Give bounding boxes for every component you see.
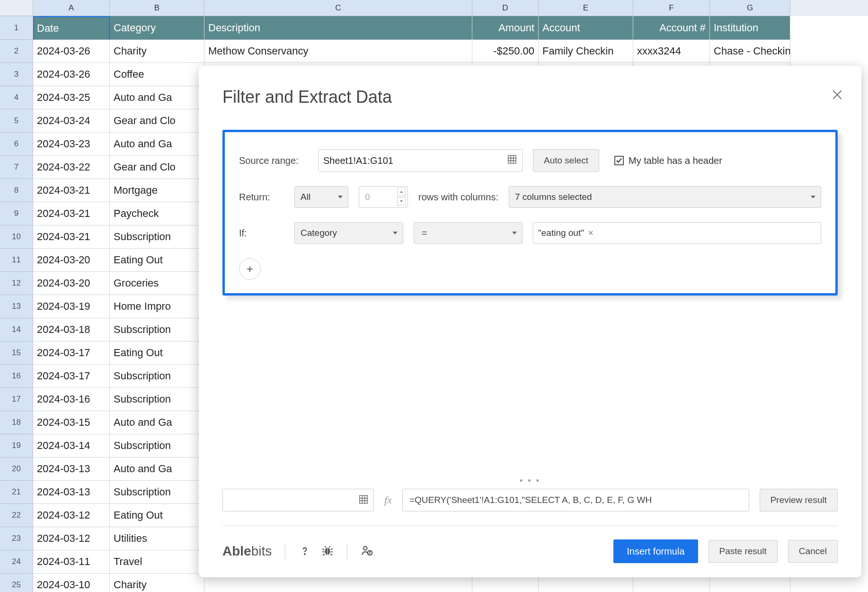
row-header-23[interactable]: 23 <box>0 527 33 550</box>
row-header-6[interactable]: 6 <box>0 133 33 156</box>
destination-range-input[interactable] <box>222 489 374 511</box>
cell-A23[interactable]: 2024-03-12 <box>33 527 110 550</box>
cell-B22[interactable]: Eating Out <box>110 504 204 527</box>
cell-B2[interactable]: Charity <box>110 40 204 63</box>
row-header-3[interactable]: 3 <box>0 63 33 86</box>
cell-B5[interactable]: Gear and Clo <box>110 109 204 133</box>
row-header-16[interactable]: 16 <box>0 365 33 388</box>
cell-B12[interactable]: Groceries <box>110 272 204 295</box>
cell-A20[interactable]: 2024-03-13 <box>33 457 110 481</box>
row-header-13[interactable]: 13 <box>0 295 33 318</box>
spin-buttons[interactable] <box>397 188 406 206</box>
cell-F2[interactable]: xxxx3244 <box>633 40 710 63</box>
row-header-21[interactable]: 21 <box>0 481 33 504</box>
cell-A16[interactable]: 2024-03-17 <box>33 365 110 388</box>
cell-B7[interactable]: Gear and Clo <box>110 156 204 179</box>
cell-B21[interactable]: Subscription <box>110 481 204 504</box>
cell-B15[interactable]: Eating Out <box>110 341 204 365</box>
cell-A1[interactable]: Date <box>33 16 110 40</box>
col-header-G[interactable]: G <box>710 0 790 16</box>
spin-up-icon[interactable] <box>397 188 406 196</box>
paste-result-button[interactable]: Paste result <box>709 540 778 563</box>
row-header-8[interactable]: 8 <box>0 179 33 202</box>
cell-A17[interactable]: 2024-03-16 <box>33 388 110 411</box>
col-header-D[interactable]: D <box>472 0 539 16</box>
cell-B24[interactable]: Travel <box>110 550 204 574</box>
row-header-25[interactable]: 25 <box>0 574 33 592</box>
columns-select[interactable]: 7 columns selected <box>509 186 821 208</box>
cell-B16[interactable]: Subscription <box>110 365 204 388</box>
help-icon[interactable] <box>299 545 311 558</box>
select-all-corner[interactable] <box>0 0 33 16</box>
cell-A8[interactable]: 2024-03-21 <box>33 179 110 202</box>
row-header-10[interactable]: 10 <box>0 225 33 249</box>
return-mode-select[interactable]: All <box>294 186 348 208</box>
cell-B4[interactable]: Auto and Ga <box>110 86 204 109</box>
cell-B3[interactable]: Coffee <box>110 63 204 86</box>
cancel-button[interactable]: Cancel <box>788 540 838 563</box>
row-header-15[interactable]: 15 <box>0 341 33 365</box>
cell-B13[interactable]: Home Impro <box>110 295 204 318</box>
col-header-F[interactable]: F <box>633 0 710 16</box>
cell-A4[interactable]: 2024-03-25 <box>33 86 110 109</box>
cell-G2[interactable]: Chase - Checkin <box>710 40 790 63</box>
select-range-icon[interactable] <box>358 494 369 506</box>
col-header-B[interactable]: B <box>110 0 204 16</box>
col-header-C[interactable]: C <box>204 0 472 16</box>
cell-A14[interactable]: 2024-03-18 <box>33 318 110 341</box>
row-header-5[interactable]: 5 <box>0 109 33 133</box>
account-info-icon[interactable] <box>361 545 373 558</box>
select-range-icon[interactable] <box>507 154 517 167</box>
cell-B10[interactable]: Subscription <box>110 225 204 249</box>
condition-value-input[interactable]: "eating out" ✕ <box>533 222 821 244</box>
close-icon[interactable] <box>831 89 843 102</box>
cell-C1[interactable]: Description <box>204 16 472 40</box>
cell-A5[interactable]: 2024-03-24 <box>33 109 110 133</box>
cell-G1[interactable]: Institution <box>710 16 790 40</box>
col-header-A[interactable]: A <box>33 0 110 16</box>
source-range-input[interactable]: Sheet1!A1:G101 <box>318 149 523 172</box>
row-header-1[interactable]: 1 <box>0 16 33 40</box>
cell-B1[interactable]: Category <box>110 16 204 40</box>
remove-tag-icon[interactable]: ✕ <box>588 229 594 237</box>
cell-A18[interactable]: 2024-03-15 <box>33 411 110 434</box>
preview-result-button[interactable]: Preview result <box>760 489 838 511</box>
cell-B25[interactable]: Charity <box>110 574 204 592</box>
row-header-4[interactable]: 4 <box>0 86 33 109</box>
cell-A10[interactable]: 2024-03-21 <box>33 225 110 249</box>
row-header-17[interactable]: 17 <box>0 388 33 411</box>
cell-E1[interactable]: Account <box>539 16 633 40</box>
row-header-19[interactable]: 19 <box>0 434 33 457</box>
row-header-20[interactable]: 20 <box>0 457 33 481</box>
cell-A22[interactable]: 2024-03-12 <box>33 504 110 527</box>
cell-B20[interactable]: Auto and Ga <box>110 457 204 481</box>
condition-field-select[interactable]: Category <box>294 222 403 244</box>
formula-preview[interactable]: =QUERY('Sheet1'!A1:G101,"SELECT A, B, C,… <box>402 489 749 511</box>
cell-E2[interactable]: Family Checkin <box>539 40 633 63</box>
col-header-E[interactable]: E <box>539 0 633 16</box>
cell-B14[interactable]: Subscription <box>110 318 204 341</box>
cell-B23[interactable]: Utilities <box>110 527 204 550</box>
cell-A13[interactable]: 2024-03-19 <box>33 295 110 318</box>
return-count-input[interactable]: 0 <box>359 186 408 208</box>
row-header-11[interactable]: 11 <box>0 249 33 272</box>
cell-A9[interactable]: 2024-03-21 <box>33 202 110 225</box>
cell-A11[interactable]: 2024-03-20 <box>33 249 110 272</box>
row-header-12[interactable]: 12 <box>0 272 33 295</box>
insert-formula-button[interactable]: Insert formula <box>613 539 698 563</box>
cell-B11[interactable]: Eating Out <box>110 249 204 272</box>
row-header-7[interactable]: 7 <box>0 156 33 179</box>
cell-A2[interactable]: 2024-03-26 <box>33 40 110 63</box>
cell-D2[interactable]: -$250.00 <box>472 40 539 63</box>
spin-down-icon[interactable] <box>397 197 406 206</box>
row-header-14[interactable]: 14 <box>0 318 33 341</box>
cell-C2[interactable]: Methow Conservancy <box>204 40 472 63</box>
row-header-18[interactable]: 18 <box>0 411 33 434</box>
cell-B18[interactable]: Auto and Ga <box>110 411 204 434</box>
cell-B8[interactable]: Mortgage <box>110 179 204 202</box>
cell-B9[interactable]: Paycheck <box>110 202 204 225</box>
auto-select-button[interactable]: Auto select <box>533 149 599 172</box>
cell-A6[interactable]: 2024-03-23 <box>33 133 110 156</box>
cell-A15[interactable]: 2024-03-17 <box>33 341 110 365</box>
cell-A25[interactable]: 2024-03-10 <box>33 574 110 592</box>
